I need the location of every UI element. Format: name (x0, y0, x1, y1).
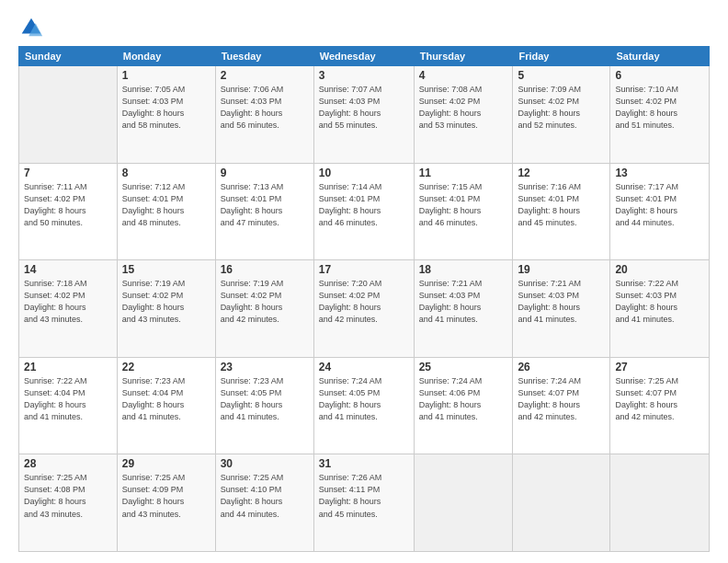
day-number: 19 (518, 263, 605, 276)
calendar-day-cell: 30Sunrise: 7:25 AM Sunset: 4:10 PM Dayli… (215, 454, 313, 552)
day-info: Sunrise: 7:20 AM Sunset: 4:02 PM Dayligh… (319, 278, 409, 326)
day-info: Sunrise: 7:17 AM Sunset: 4:01 PM Dayligh… (615, 181, 704, 229)
day-number: 16 (221, 263, 309, 276)
calendar-day-cell: 20Sunrise: 7:22 AM Sunset: 4:03 PM Dayli… (610, 260, 710, 358)
day-number: 12 (518, 167, 605, 179)
calendar-day-cell: 14Sunrise: 7:18 AM Sunset: 4:02 PM Dayli… (19, 260, 118, 358)
day-number: 13 (615, 167, 704, 179)
calendar-day-cell: 21Sunrise: 7:22 AM Sunset: 4:04 PM Dayli… (19, 357, 118, 454)
calendar-day-cell: 17Sunrise: 7:20 AM Sunset: 4:02 PM Dayli… (313, 260, 414, 358)
day-info: Sunrise: 7:24 AM Sunset: 4:05 PM Dayligh… (319, 375, 409, 423)
day-info: Sunrise: 7:10 AM Sunset: 4:02 PM Dayligh… (615, 84, 704, 132)
day-info: Sunrise: 7:08 AM Sunset: 4:02 PM Dayligh… (419, 84, 508, 132)
calendar-day-cell: 29Sunrise: 7:25 AM Sunset: 4:09 PM Dayli… (117, 454, 215, 552)
day-info: Sunrise: 7:21 AM Sunset: 4:03 PM Dayligh… (518, 278, 605, 326)
header (18, 15, 710, 40)
calendar-day-cell (19, 66, 118, 164)
day-number: 6 (615, 69, 704, 82)
day-info: Sunrise: 7:26 AM Sunset: 4:11 PM Dayligh… (319, 472, 409, 520)
calendar-week-row: 7Sunrise: 7:11 AM Sunset: 4:02 PM Daylig… (19, 163, 710, 260)
day-number: 27 (615, 361, 704, 373)
calendar-day-cell: 10Sunrise: 7:14 AM Sunset: 4:01 PM Dayli… (313, 163, 414, 260)
day-number: 31 (319, 457, 409, 470)
calendar-day-cell: 19Sunrise: 7:21 AM Sunset: 4:03 PM Dayli… (513, 260, 610, 358)
calendar-day-cell (610, 454, 710, 552)
day-number: 8 (122, 167, 210, 179)
day-number: 2 (221, 69, 309, 82)
logo-icon (18, 15, 44, 40)
day-number: 5 (518, 69, 605, 82)
day-info: Sunrise: 7:15 AM Sunset: 4:01 PM Dayligh… (419, 181, 508, 229)
day-info: Sunrise: 7:06 AM Sunset: 4:03 PM Dayligh… (221, 84, 309, 132)
day-number: 3 (319, 69, 409, 82)
day-number: 17 (319, 263, 409, 276)
calendar-day-cell: 26Sunrise: 7:24 AM Sunset: 4:07 PM Dayli… (513, 357, 610, 454)
day-info: Sunrise: 7:07 AM Sunset: 4:03 PM Dayligh… (319, 84, 409, 132)
day-info: Sunrise: 7:13 AM Sunset: 4:01 PM Dayligh… (221, 181, 309, 229)
calendar-day-cell: 2Sunrise: 7:06 AM Sunset: 4:03 PM Daylig… (215, 66, 313, 164)
calendar-day-cell: 1Sunrise: 7:05 AM Sunset: 4:03 PM Daylig… (117, 66, 215, 164)
logo (18, 15, 48, 40)
calendar-day-cell: 27Sunrise: 7:25 AM Sunset: 4:07 PM Dayli… (610, 357, 710, 454)
calendar-day-cell: 22Sunrise: 7:23 AM Sunset: 4:04 PM Dayli… (117, 357, 215, 454)
calendar-week-row: 14Sunrise: 7:18 AM Sunset: 4:02 PM Dayli… (19, 260, 710, 358)
day-number: 24 (319, 361, 409, 373)
calendar-day-cell: 25Sunrise: 7:24 AM Sunset: 4:06 PM Dayli… (414, 357, 513, 454)
day-info: Sunrise: 7:25 AM Sunset: 4:08 PM Dayligh… (24, 472, 112, 520)
day-info: Sunrise: 7:18 AM Sunset: 4:02 PM Dayligh… (24, 278, 112, 326)
day-info: Sunrise: 7:23 AM Sunset: 4:05 PM Dayligh… (221, 375, 309, 423)
calendar-day-cell: 4Sunrise: 7:08 AM Sunset: 4:02 PM Daylig… (414, 66, 513, 164)
calendar-day-cell: 12Sunrise: 7:16 AM Sunset: 4:01 PM Dayli… (513, 163, 610, 260)
day-info: Sunrise: 7:16 AM Sunset: 4:01 PM Dayligh… (518, 181, 605, 229)
day-number: 30 (221, 457, 309, 470)
calendar-day-cell: 24Sunrise: 7:24 AM Sunset: 4:05 PM Dayli… (313, 357, 414, 454)
calendar-day-cell: 13Sunrise: 7:17 AM Sunset: 4:01 PM Dayli… (610, 163, 710, 260)
day-number: 7 (24, 167, 112, 179)
day-info: Sunrise: 7:19 AM Sunset: 4:02 PM Dayligh… (221, 278, 309, 326)
day-number: 28 (24, 457, 112, 470)
calendar-day-cell: 31Sunrise: 7:26 AM Sunset: 4:11 PM Dayli… (313, 454, 414, 552)
calendar-day-cell: 6Sunrise: 7:10 AM Sunset: 4:02 PM Daylig… (610, 66, 710, 164)
calendar-day-cell: 11Sunrise: 7:15 AM Sunset: 4:01 PM Dayli… (414, 163, 513, 260)
day-number: 26 (518, 361, 605, 373)
day-number: 11 (419, 167, 508, 179)
calendar-body: 1Sunrise: 7:05 AM Sunset: 4:03 PM Daylig… (19, 66, 710, 552)
day-number: 15 (122, 263, 210, 276)
weekday-header: Sunday (19, 47, 118, 66)
day-number: 1 (122, 69, 210, 82)
day-number: 21 (24, 361, 112, 373)
calendar-week-row: 28Sunrise: 7:25 AM Sunset: 4:08 PM Dayli… (19, 454, 710, 552)
calendar-week-row: 1Sunrise: 7:05 AM Sunset: 4:03 PM Daylig… (19, 66, 710, 164)
day-info: Sunrise: 7:23 AM Sunset: 4:04 PM Dayligh… (122, 375, 210, 423)
day-number: 10 (319, 167, 409, 179)
day-number: 20 (615, 263, 704, 276)
day-info: Sunrise: 7:25 AM Sunset: 4:07 PM Dayligh… (615, 375, 704, 423)
page: SundayMondayTuesdayWednesdayThursdayFrid… (0, 0, 728, 563)
calendar-day-cell: 23Sunrise: 7:23 AM Sunset: 4:05 PM Dayli… (215, 357, 313, 454)
calendar-day-cell: 3Sunrise: 7:07 AM Sunset: 4:03 PM Daylig… (313, 66, 414, 164)
weekday-header: Friday (513, 47, 610, 66)
day-info: Sunrise: 7:24 AM Sunset: 4:06 PM Dayligh… (419, 375, 508, 423)
day-number: 18 (419, 263, 508, 276)
day-info: Sunrise: 7:12 AM Sunset: 4:01 PM Dayligh… (122, 181, 210, 229)
calendar-day-cell: 28Sunrise: 7:25 AM Sunset: 4:08 PM Dayli… (19, 454, 118, 552)
calendar-day-cell (513, 454, 610, 552)
day-number: 9 (221, 167, 309, 179)
day-info: Sunrise: 7:09 AM Sunset: 4:02 PM Dayligh… (518, 84, 605, 132)
day-info: Sunrise: 7:21 AM Sunset: 4:03 PM Dayligh… (419, 278, 508, 326)
day-number: 4 (419, 69, 508, 82)
day-info: Sunrise: 7:22 AM Sunset: 4:04 PM Dayligh… (24, 375, 112, 423)
weekday-header: Thursday (414, 47, 513, 66)
day-info: Sunrise: 7:25 AM Sunset: 4:10 PM Dayligh… (221, 472, 309, 520)
weekday-row: SundayMondayTuesdayWednesdayThursdayFrid… (19, 47, 710, 66)
calendar-table: SundayMondayTuesdayWednesdayThursdayFrid… (18, 46, 710, 552)
weekday-header: Saturday (610, 47, 710, 66)
day-info: Sunrise: 7:19 AM Sunset: 4:02 PM Dayligh… (122, 278, 210, 326)
day-number: 25 (419, 361, 508, 373)
day-info: Sunrise: 7:14 AM Sunset: 4:01 PM Dayligh… (319, 181, 409, 229)
calendar-day-cell: 5Sunrise: 7:09 AM Sunset: 4:02 PM Daylig… (513, 66, 610, 164)
day-info: Sunrise: 7:22 AM Sunset: 4:03 PM Dayligh… (615, 278, 704, 326)
calendar-day-cell (414, 454, 513, 552)
calendar-header: SundayMondayTuesdayWednesdayThursdayFrid… (19, 47, 710, 66)
day-info: Sunrise: 7:11 AM Sunset: 4:02 PM Dayligh… (24, 181, 112, 229)
